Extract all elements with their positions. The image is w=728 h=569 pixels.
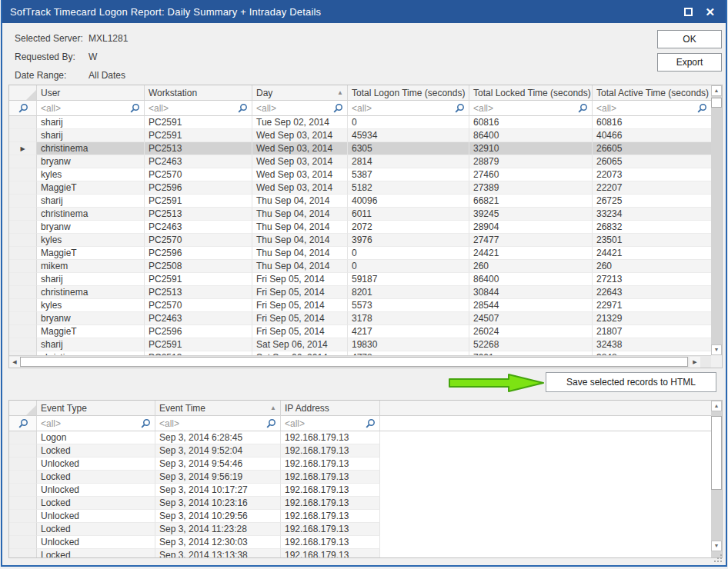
table-row[interactable]: LockedSep 3, 2014 9:56:19192.168.179.13 <box>9 471 711 484</box>
cell-time[interactable]: Sep 3, 2014 9:56:19 <box>155 471 281 484</box>
cell-active[interactable]: 26065 <box>593 155 711 168</box>
cell-type[interactable]: Unlocked <box>37 510 155 523</box>
table-row[interactable]: LockedSep 3, 2014 10:23:16192.168.179.13 <box>9 497 711 510</box>
cell-active[interactable]: 22207 <box>593 181 711 195</box>
table-row[interactable]: kylesPC2570Wed Sep 03, 20145387274602207… <box>9 168 711 181</box>
cell-logon[interactable]: 19830 <box>348 338 469 351</box>
resize-grip-icon[interactable] <box>713 554 723 563</box>
cell-locked[interactable]: 27477 <box>469 234 593 247</box>
cell-logon[interactable]: 0 <box>348 116 469 129</box>
cell-workstation[interactable]: PC2570 <box>145 299 252 312</box>
cell-logon[interactable]: 0 <box>348 260 469 273</box>
cell-ip[interactable]: 192.168.179.13 <box>281 458 380 471</box>
cell-type[interactable]: Logon <box>37 431 155 444</box>
cell-ip[interactable]: 192.168.179.13 <box>281 444 380 458</box>
cell-workstation[interactable]: PC2513 <box>145 142 252 155</box>
table-row[interactable]: ▶christinemaPC2513Wed Sep 03, 2014630532… <box>9 142 711 155</box>
column-header-ip-address[interactable]: IP Address <box>281 401 380 416</box>
cell-locked[interactable]: 39245 <box>469 208 593 221</box>
cell-type[interactable]: Locked <box>37 523 155 536</box>
table-row[interactable]: LogonSep 3, 2014 6:28:45192.168.179.13 <box>9 431 711 444</box>
row-indicator[interactable] <box>9 260 37 273</box>
cell-active[interactable]: 26832 <box>593 221 711 234</box>
table-row[interactable]: kylesPC2570Thu Sep 04, 20143976274772350… <box>9 234 711 247</box>
cell-active[interactable]: 24421 <box>593 247 711 260</box>
table-row[interactable]: sharijPC2591Wed Sep 03, 2014459348640040… <box>9 129 711 142</box>
ok-button[interactable]: OK <box>657 30 722 48</box>
cell-active[interactable]: 27213 <box>593 273 711 286</box>
select-all-corner[interactable] <box>9 85 37 101</box>
cell-workstation[interactable]: PC2591 <box>145 273 252 286</box>
filter-input-total-logon[interactable]: <all> <box>348 101 469 116</box>
cell-workstation[interactable]: PC2591 <box>145 129 252 142</box>
cell-ip[interactable]: 192.168.179.13 <box>281 510 380 523</box>
cell-locked[interactable]: 24421 <box>469 247 593 260</box>
table-row[interactable]: bryanwPC2463Wed Sep 03, 2014281428879260… <box>9 155 711 168</box>
cell-locked[interactable]: 66821 <box>469 195 593 208</box>
cell-locked[interactable]: 52268 <box>469 338 593 351</box>
cell-logon[interactable]: 0 <box>348 247 469 260</box>
cell-workstation[interactable]: PC2513 <box>145 208 252 221</box>
filter-input-user[interactable]: <all> <box>37 101 145 116</box>
cell-workstation[interactable]: PC2463 <box>145 312 252 325</box>
detail-grid-vertical-scrollbar[interactable]: ▲ ▼ <box>711 401 722 557</box>
cell-user[interactable]: kyles <box>37 168 145 181</box>
cell-day[interactable]: Wed Sep 03, 2014 <box>252 168 348 181</box>
cell-day[interactable]: Thu Sep 04, 2014 <box>252 221 348 234</box>
cell-workstation[interactable]: PC2591 <box>145 195 252 208</box>
cell-type[interactable]: Locked <box>37 549 155 557</box>
filter-button[interactable] <box>9 416 37 431</box>
close-button[interactable]: ✕ <box>705 6 715 18</box>
cell-logon[interactable]: 3178 <box>348 312 469 325</box>
cell-user[interactable]: sharij <box>37 273 145 286</box>
cell-workstation[interactable]: PC2570 <box>145 168 252 181</box>
cell-day[interactable]: Tue Sep 02, 2014 <box>252 116 348 129</box>
cell-locked[interactable]: 24507 <box>469 312 593 325</box>
cell-user[interactable]: sharij <box>37 195 145 208</box>
cell-user[interactable]: bryanw <box>37 221 145 234</box>
search-icon[interactable] <box>454 103 465 114</box>
cell-day[interactable]: Thu Sep 04, 2014 <box>252 195 348 208</box>
filter-input-total-active[interactable]: <all> <box>593 101 711 116</box>
row-indicator[interactable] <box>9 510 37 523</box>
cell-day[interactable]: Fri Sep 05, 2014 <box>252 299 348 312</box>
cell-ip[interactable]: 192.168.179.13 <box>281 549 380 557</box>
row-indicator[interactable] <box>9 484 37 497</box>
cell-user[interactable]: sharij <box>37 129 145 142</box>
cell-user[interactable]: christinema <box>37 142 145 155</box>
cell-logon[interactable]: 5182 <box>348 181 469 195</box>
row-indicator[interactable] <box>9 549 37 557</box>
row-indicator[interactable] <box>9 458 37 471</box>
table-row[interactable]: LockedSep 3, 2014 9:52:04192.168.179.13 <box>9 444 711 458</box>
cell-locked[interactable]: 60816 <box>469 116 593 129</box>
row-indicator[interactable] <box>9 247 37 260</box>
cell-logon[interactable]: 6305 <box>348 142 469 155</box>
scroll-right-button[interactable]: ▶ <box>690 357 700 368</box>
cell-ip[interactable]: 192.168.179.13 <box>281 523 380 536</box>
column-header-event-time[interactable]: Event Time▲ <box>155 401 281 416</box>
export-button[interactable]: Export <box>657 53 722 72</box>
cell-user[interactable]: MaggieT <box>37 325 145 338</box>
row-indicator[interactable] <box>9 325 37 338</box>
table-row[interactable]: MaggieTPC2596Wed Sep 03, 201451822738922… <box>9 181 711 195</box>
cell-day[interactable]: Wed Sep 03, 2014 <box>252 142 348 155</box>
row-indicator[interactable] <box>9 299 37 312</box>
cell-active[interactable]: 26725 <box>593 195 711 208</box>
row-indicator[interactable] <box>9 273 37 286</box>
cell-time[interactable]: Sep 3, 2014 10:23:16 <box>155 497 281 510</box>
table-row[interactable]: christinemaPC2513Fri Sep 05, 20148201308… <box>9 286 711 299</box>
cell-logon[interactable]: 4217 <box>348 325 469 338</box>
cell-locked[interactable]: 86400 <box>469 273 593 286</box>
scroll-up-button[interactable]: ▲ <box>711 85 722 96</box>
scroll-up-button[interactable]: ▲ <box>711 401 722 411</box>
cell-time[interactable]: Sep 3, 2014 12:30:03 <box>155 536 281 549</box>
cell-type[interactable]: Locked <box>37 497 155 510</box>
cell-logon[interactable]: 2814 <box>348 155 469 168</box>
cell-time[interactable]: Sep 3, 2014 11:23:28 <box>155 523 281 536</box>
cell-logon[interactable]: 40096 <box>348 195 469 208</box>
maximize-button[interactable] <box>684 8 693 16</box>
filter-input-total-locked[interactable]: <all> <box>469 101 593 116</box>
cell-logon[interactable]: 5387 <box>348 168 469 181</box>
row-indicator[interactable] <box>9 208 37 221</box>
cell-active[interactable]: 22971 <box>593 299 711 312</box>
